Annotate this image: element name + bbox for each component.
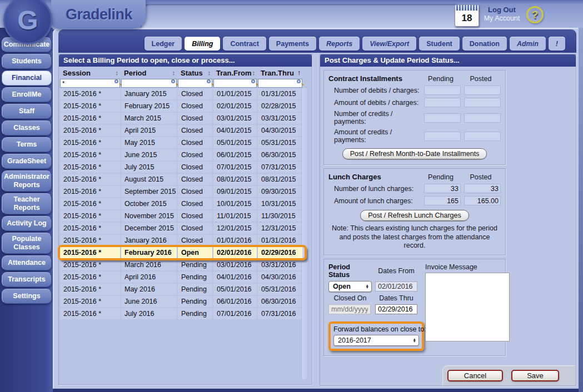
gradelink-app: 18 Log Out My Account ? Gradelink G Comm… xyxy=(0,0,583,392)
table-row-december-2015[interactable]: 2015-2016 *December 2015Closed12/01/2015… xyxy=(60,223,312,234)
table-row-november-2015[interactable]: 2015-2016 *November 2015Closed11/01/2015… xyxy=(60,210,312,222)
table-row-march-2015[interactable]: 2015-2016 *March 2015Closed03/01/201503/… xyxy=(60,113,312,124)
tab-student[interactable]: Student xyxy=(419,37,460,51)
table-filter-row xyxy=(59,78,312,87)
dates-from-input[interactable] xyxy=(375,282,417,292)
contract-label: Number of debits / charges: xyxy=(328,87,421,94)
sidebar-item-attendance[interactable]: Attendance xyxy=(2,255,52,270)
sidebar-item-staff[interactable]: Staff xyxy=(2,104,52,119)
sidebar-item-settings[interactable]: Settings xyxy=(2,289,52,304)
contract-row: Amount of debits / charges: xyxy=(328,98,501,107)
select-stepper-icon: ▲▼ xyxy=(366,284,369,289)
contract-row: Number of credits / payments: xyxy=(328,110,501,125)
filter-input-period[interactable] xyxy=(121,79,177,88)
closed-on-input[interactable] xyxy=(328,304,371,314)
filter-input-tran-thru[interactable] xyxy=(258,79,302,88)
tab-billing[interactable]: Billing xyxy=(185,37,220,51)
tab-payments[interactable]: Payments xyxy=(269,37,316,51)
brand-wordmark: Gradelink xyxy=(66,6,132,23)
table-row-september-2015[interactable]: 2015-2016 *September 2015Closed09/01/201… xyxy=(60,186,312,197)
tab-reports[interactable]: Reports xyxy=(319,37,360,51)
sidebar-item-terms[interactable]: Terms xyxy=(2,137,52,152)
post-refresh-installments-button[interactable]: Post / Refresh Month-to-Date Installment… xyxy=(342,148,487,159)
search-icon xyxy=(297,79,301,83)
table-row-january-2016[interactable]: 2015-2016 *January 2016Closed01/01/20160… xyxy=(60,235,312,246)
table-row-march-2016[interactable]: 2015-2016 *March 2016Pending03/01/201603… xyxy=(60,259,312,270)
column-header-session[interactable]: Session↕ xyxy=(60,68,120,78)
lunch-pending-field[interactable] xyxy=(424,184,461,193)
brand-area: Gradelink xyxy=(51,0,146,29)
header-decorative-well xyxy=(141,4,464,29)
contract-pending-field[interactable] xyxy=(424,113,461,123)
help-icon[interactable]: ? xyxy=(526,6,544,23)
table-row-april-2015[interactable]: 2015-2016 *April 2015Closed04/01/201504/… xyxy=(60,125,312,136)
sidebar-item-gradesheet[interactable]: GradeSheet xyxy=(2,154,52,169)
lunch-posted-field[interactable] xyxy=(464,184,501,193)
sidebar-item-teacher-reports[interactable]: Teacher Reports xyxy=(2,193,52,214)
tab-admin[interactable]: Admin xyxy=(510,37,546,51)
sidebar-item-enrollme[interactable]: EnrollMe xyxy=(2,87,52,102)
contract-pending-field[interactable] xyxy=(424,98,461,107)
column-header-tran-from[interactable]: Tran.From↕ xyxy=(213,68,257,78)
column-header-period[interactable]: Period↕ xyxy=(121,68,177,78)
table-row-february-2016[interactable]: 2015-2016 *February 2016Open02/01/201602… xyxy=(60,247,305,258)
table-scrollbar-thumb[interactable] xyxy=(301,87,308,380)
table-row-june-2015[interactable]: 2015-2016 *June 2015Closed06/01/201506/3… xyxy=(60,149,312,160)
log-out-link[interactable]: Log Out xyxy=(479,6,525,14)
logo-letter: G xyxy=(17,5,38,36)
table-row-may-2016[interactable]: 2015-2016 *May 2016Pending05/01/201605/3… xyxy=(60,284,312,295)
lunch-label: Amount of lunch charges: xyxy=(328,197,421,205)
my-account-link[interactable]: My Account xyxy=(479,14,525,22)
table-row-july-2016[interactable]: 2015-2016 *July 2016Pending07/01/201607/… xyxy=(60,308,312,319)
tab-bar: LedgerBillingContractPaymentsReportsView… xyxy=(58,29,576,53)
forward-balances-label: Forward balances on close to: xyxy=(333,325,419,333)
contract-posted-field[interactable] xyxy=(464,98,501,107)
lunch-pending-field[interactable] xyxy=(424,196,461,205)
tab-donation[interactable]: Donation xyxy=(462,37,507,51)
cancel-button[interactable]: Cancel xyxy=(447,370,503,381)
table-row-may-2015[interactable]: 2015-2016 *May 2015Closed05/01/201505/31… xyxy=(60,137,312,148)
tab-contract[interactable]: Contract xyxy=(223,37,266,51)
tab-ledger[interactable]: Ledger xyxy=(144,37,182,51)
table-row-june-2016[interactable]: 2015-2016 *June 2016Pending06/01/201606/… xyxy=(60,296,312,307)
contract-posted-field[interactable] xyxy=(464,113,501,123)
table-row-april-2016[interactable]: 2015-2016 *April 2016Pending04/01/201604… xyxy=(60,272,312,283)
table-row-july-2015[interactable]: 2015-2016 *July 2015Closed07/01/201507/3… xyxy=(60,162,312,173)
contract-pending-field[interactable] xyxy=(424,132,461,141)
table-row-february-2015[interactable]: 2015-2016 *February 2015Closed02/01/2015… xyxy=(60,100,312,112)
sidebar-item-students[interactable]: Students xyxy=(2,54,52,69)
closed-on-label: Closed On xyxy=(328,294,372,302)
contract-posted-field[interactable] xyxy=(464,86,501,95)
period-status-select[interactable]: Open ▲▼ xyxy=(328,281,372,292)
filter-input-session[interactable] xyxy=(60,79,120,88)
post-charges-panel: Post Charges & Update Period Status... C… xyxy=(320,54,576,386)
post-refresh-lunch-button[interactable]: Post / Refresh Lunch Charges xyxy=(360,210,469,221)
calendar-icon[interactable]: 18 xyxy=(455,4,479,27)
lunch-charges-box: Lunch Charges Pending Posted Number of l… xyxy=(323,168,506,255)
table-row-january-2015[interactable]: 2015-2016 *January 2015Closed01/01/20150… xyxy=(60,88,312,99)
contract-posted-field[interactable] xyxy=(464,132,501,141)
dates-from-label: Dates From xyxy=(375,267,417,275)
tab-view-export[interactable]: View/Export xyxy=(362,37,416,51)
sidebar-item-classes[interactable]: Classes xyxy=(2,120,52,135)
table-row-august-2015[interactable]: 2015-2016 *August 2015Closed08/01/201508… xyxy=(60,174,312,185)
contract-pending-field[interactable] xyxy=(424,86,461,95)
sidebar-item-financial[interactable]: Financial xyxy=(2,71,52,86)
table-row-october-2015[interactable]: 2015-2016 *October 2015Closed10/01/20151… xyxy=(60,198,312,209)
sidebar-item-transcripts[interactable]: Transcripts xyxy=(2,272,52,287)
sidebar-item-activity-log[interactable]: Activity Log xyxy=(2,216,52,231)
forward-balances-select[interactable]: 2016-2017 ▲▼ xyxy=(333,335,419,346)
column-header-tran-thru[interactable]: Tran.Thru↑ xyxy=(258,68,302,78)
lunch-posted-field[interactable] xyxy=(464,196,501,205)
billing-period-panel: Select a Billing Period to open, close o… xyxy=(58,54,312,385)
column-header-status[interactable]: Status↕ xyxy=(178,68,212,78)
filter-input-tran-from[interactable] xyxy=(213,79,257,88)
contract-row: Amount of credits / payments: xyxy=(328,128,501,144)
invoice-message-textarea[interactable] xyxy=(425,273,510,341)
tab-alert[interactable]: ! xyxy=(549,37,565,51)
sidebar-item-administrator-reports[interactable]: Administrator Reports xyxy=(2,170,52,192)
save-button[interactable]: Save xyxy=(511,370,559,381)
filter-cell-period xyxy=(121,78,177,87)
dates-thru-input[interactable] xyxy=(375,304,417,314)
sidebar-item-populate-classes[interactable]: Populate Classes xyxy=(2,233,52,254)
